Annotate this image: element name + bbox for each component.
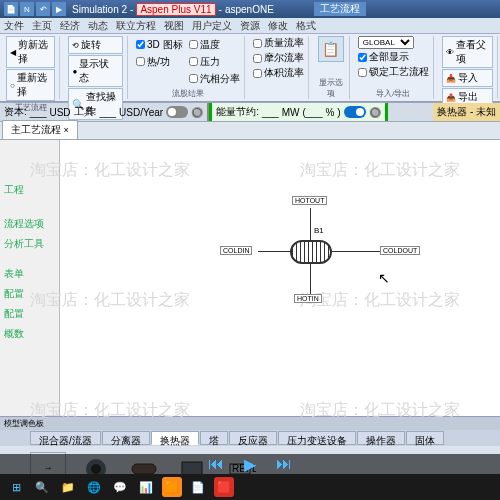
chk-press[interactable]: 压力 xyxy=(189,53,240,70)
stream-hotout[interactable]: HOTOUT xyxy=(292,196,327,205)
app-icon[interactable]: 📊 xyxy=(136,477,156,497)
qat-icon[interactable]: 📄 xyxy=(4,2,18,16)
ribbon-btn[interactable]: ○重新选择 xyxy=(6,69,55,101)
ribbon-btn[interactable]: 📥导入 xyxy=(442,69,493,87)
start-icon[interactable]: ⊞ xyxy=(6,477,26,497)
app-icon[interactable]: 🟥 xyxy=(214,477,234,497)
next-icon[interactable]: ⏭ xyxy=(276,455,292,473)
app-version: Aspen Plus V11 xyxy=(136,3,215,16)
taskbar: ⊞ 🔍 📁 🌐 💬 📊 🟧 📄 🟥 xyxy=(0,474,500,500)
chk-vol[interactable]: 体积流率 xyxy=(253,66,304,80)
scope-select[interactable]: GLOBAL xyxy=(358,36,414,49)
menu-item[interactable]: 格式 xyxy=(296,19,316,33)
sidebar-item[interactable]: 配置 xyxy=(0,304,59,324)
energy-toggle[interactable] xyxy=(344,106,366,118)
wechat-icon[interactable]: 💬 xyxy=(110,477,130,497)
palette-tab[interactable]: 塔 xyxy=(200,431,228,445)
palette-tab[interactable]: 分离器 xyxy=(102,431,150,445)
chk-lock[interactable]: 锁定工艺流程 xyxy=(358,65,429,79)
search-icon[interactable]: 🔍 xyxy=(32,477,52,497)
status-bar: 资本:___USD 工具:___USD/Year 🔘 能量节约:___MW (_… xyxy=(0,102,500,122)
chk-mass[interactable]: 质量流率 xyxy=(253,36,304,50)
chk-vapor[interactable]: 汽相分率 xyxy=(189,70,240,87)
menu-item[interactable]: 经济 xyxy=(60,19,80,33)
chk-heat[interactable]: 热/功 xyxy=(136,53,183,70)
stream-hotin[interactable]: HOTIN xyxy=(294,294,322,303)
video-controls: ⏮ ▶ ⏭ xyxy=(0,454,500,474)
ribbon: ◀剪新选择 ○重新选择 工艺流程 ⟲旋转 ●显示状态 🔍查找操作 3D 图标 温… xyxy=(0,34,500,102)
chk-mole[interactable]: 摩尔流率 xyxy=(253,51,304,65)
palette-tab[interactable]: 固体 xyxy=(406,431,444,445)
stream-coldout[interactable]: COLDOUT xyxy=(380,246,420,255)
block-heatx[interactable] xyxy=(290,240,332,264)
sidebar-item[interactable]: 流程选项 xyxy=(0,214,59,234)
tab-main-flowsheet[interactable]: 主工艺流程 × xyxy=(2,120,78,139)
menu-item[interactable]: 主页 xyxy=(32,19,52,33)
ribbon-btn[interactable]: 👁查看父项 xyxy=(442,36,493,68)
display-options-icon[interactable]: 📋 xyxy=(318,36,344,62)
sidebar-item[interactable]: 分析工具 xyxy=(0,234,59,254)
palette-tab[interactable]: 换热器 xyxy=(151,431,199,445)
suite-name: aspenONE xyxy=(225,4,274,15)
ribbon-btn[interactable]: ●显示状态 xyxy=(68,55,123,87)
prev-icon[interactable]: ⏮ xyxy=(208,455,224,473)
palette-tab[interactable]: 混合器/流器 xyxy=(30,431,101,445)
flowsheet-canvas[interactable]: 淘宝店：化工设计之家 淘宝店：化工设计之家 淘宝店：化工设计之家 淘宝店：化工设… xyxy=(60,140,500,416)
chk-temp[interactable]: 温度 xyxy=(189,36,240,53)
block-label: B1 xyxy=(314,226,324,235)
menu-item[interactable]: 视图 xyxy=(164,19,184,33)
sim-name: Simulation 2 xyxy=(72,4,127,15)
palette-tab[interactable]: 压力变送设备 xyxy=(278,431,356,445)
edge-icon[interactable]: 🌐 xyxy=(84,477,104,497)
menu-item[interactable]: 文件 xyxy=(4,19,24,33)
app-icon[interactable]: 📄 xyxy=(188,477,208,497)
play-icon[interactable]: ▶ xyxy=(244,455,256,474)
sidebar-item[interactable]: 表单 xyxy=(0,264,59,284)
menu-bar: 文件 主页 经济 动态 联立方程 视图 用户定义 资源 修改 格式 xyxy=(0,18,500,34)
palette-tab[interactable]: 反应器 xyxy=(229,431,277,445)
menu-item[interactable]: 资源 xyxy=(240,19,260,33)
chk-3d[interactable]: 3D 图标 xyxy=(136,36,183,53)
qat-icon[interactable]: ▶ xyxy=(52,2,66,16)
qat-icon[interactable]: ↶ xyxy=(36,2,50,16)
menu-item[interactable]: 动态 xyxy=(88,19,108,33)
title-bar: 📄 N ↶ ▶ Simulation 2 - Aspen Plus V11 - … xyxy=(0,0,500,18)
sidebar: 工程 流程选项 分析工具 表单 配置 配置 概数 xyxy=(0,140,60,416)
stream-coldin[interactable]: COLDIN xyxy=(220,246,252,255)
menu-item[interactable]: 用户定义 xyxy=(192,19,232,33)
ribbon-btn[interactable]: ◀剪新选择 xyxy=(6,36,55,68)
menu-item[interactable]: 联立方程 xyxy=(116,19,156,33)
title-extra: 工艺流程 xyxy=(314,2,366,16)
explorer-icon[interactable]: 📁 xyxy=(58,477,78,497)
sidebar-item[interactable]: 工程 xyxy=(0,180,59,200)
sidebar-item[interactable]: 配置 xyxy=(0,284,59,304)
cost-toggle[interactable] xyxy=(166,106,188,118)
sidebar-item[interactable]: 概数 xyxy=(0,324,59,344)
chk-showall[interactable]: 全部显示 xyxy=(358,50,429,64)
menu-item[interactable]: 修改 xyxy=(268,19,288,33)
qat-icon[interactable]: N xyxy=(20,2,34,16)
app-icon[interactable]: 🟧 xyxy=(162,477,182,497)
palette-tab[interactable]: 操作器 xyxy=(357,431,405,445)
ribbon-btn[interactable]: ⟲旋转 xyxy=(68,36,123,54)
doc-tabs: 主工艺流程 × xyxy=(0,122,500,140)
mouse-cursor: ↖ xyxy=(378,270,390,286)
